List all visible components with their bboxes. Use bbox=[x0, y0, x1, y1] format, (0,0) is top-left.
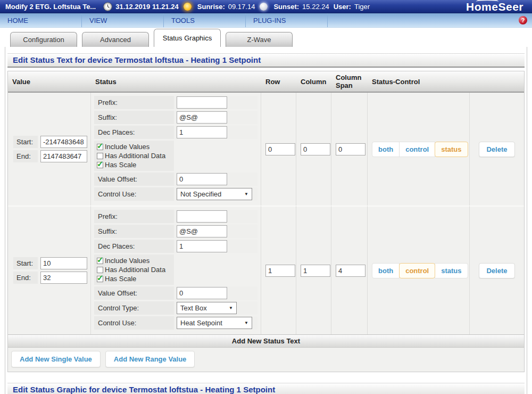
menu-item-plugins[interactable]: PLUG-INS bbox=[246, 13, 328, 27]
checkbox-box-icon[interactable] bbox=[97, 276, 103, 282]
checkbox-box-icon[interactable] bbox=[97, 267, 103, 273]
control-type-label: Control Type: bbox=[94, 301, 174, 315]
sun-icon bbox=[184, 3, 192, 11]
menu-item-home[interactable]: HOME bbox=[0, 13, 82, 27]
end-input[interactable] bbox=[40, 150, 87, 162]
start-label: Start: bbox=[13, 257, 38, 269]
add-new-range-value-button[interactable]: Add New Range Value bbox=[105, 351, 195, 367]
checkbox-box-icon[interactable] bbox=[97, 162, 103, 168]
delete-button[interactable]: Delete bbox=[479, 263, 514, 278]
tab-zwave[interactable]: Z-Wave bbox=[226, 32, 293, 47]
control-type-select[interactable]: Text Box ▼ bbox=[177, 302, 237, 314]
column-input[interactable] bbox=[301, 143, 330, 155]
end-field: End: bbox=[13, 272, 87, 284]
delete-cell: Delete bbox=[470, 93, 524, 206]
column-span-cell bbox=[331, 206, 368, 334]
datetime-text: 31.12.2019 11.21.24 bbox=[115, 3, 179, 11]
status-control-cell: both control status bbox=[368, 93, 470, 206]
include-values-checkbox[interactable]: Include Values bbox=[97, 256, 171, 265]
clock-icon bbox=[103, 2, 112, 11]
add-new-single-value-button[interactable]: Add New Single Value bbox=[11, 351, 101, 367]
menu-item-tools[interactable]: TOOLS bbox=[164, 13, 246, 27]
start-input[interactable] bbox=[40, 257, 87, 269]
prefix-input[interactable] bbox=[177, 210, 227, 223]
column-span-input[interactable] bbox=[336, 143, 365, 155]
checkbox-group-wrap: Include Values Has Additional Data Has S… bbox=[94, 141, 174, 171]
tab-configuration[interactable]: Configuration bbox=[10, 32, 77, 47]
control-use-select[interactable]: Not Specified ▼ bbox=[177, 188, 252, 200]
end-label: End: bbox=[13, 272, 38, 284]
tab-advanced[interactable]: Advanced bbox=[82, 32, 149, 47]
column-input[interactable] bbox=[301, 265, 330, 277]
control-type-value: Text Box bbox=[180, 304, 207, 312]
prefix-label: Prefix: bbox=[94, 210, 174, 223]
checkbox-box-icon[interactable] bbox=[97, 258, 103, 264]
include-values-label: Include Values bbox=[105, 143, 149, 151]
value-offset-input[interactable] bbox=[177, 287, 227, 299]
both-button[interactable]: both bbox=[372, 263, 400, 278]
checkbox-group: Include Values Has Additional Data Has S… bbox=[94, 141, 257, 171]
status-fields-cell: Prefix: Suffix: Dec Places: Include Valu… bbox=[91, 93, 261, 206]
end-input[interactable] bbox=[40, 272, 87, 284]
both-button[interactable]: both bbox=[372, 142, 400, 157]
suffix-input[interactable] bbox=[177, 111, 227, 124]
checkbox-box-icon[interactable] bbox=[97, 153, 103, 159]
menu-item-view[interactable]: VIEW bbox=[82, 13, 164, 27]
user-name: Tiger bbox=[354, 3, 370, 11]
value-offset-input[interactable] bbox=[177, 173, 227, 185]
status-control-group: both control status bbox=[372, 263, 468, 278]
column-span-input[interactable] bbox=[336, 265, 365, 277]
col-header-status-control: Status-Control bbox=[368, 71, 470, 93]
suffix-field: Suffix: bbox=[94, 225, 257, 238]
delete-button[interactable]: Delete bbox=[479, 142, 514, 157]
has-additional-data-checkbox[interactable]: Has Additional Data bbox=[97, 151, 171, 160]
chevron-down-icon: ▼ bbox=[244, 321, 248, 325]
col-header-row: Row bbox=[261, 71, 296, 93]
control-use-select[interactable]: Heat Setpoint ▼ bbox=[177, 317, 252, 329]
value-offset-label: Value Offset: bbox=[94, 286, 174, 300]
prefix-input[interactable] bbox=[177, 96, 227, 109]
start-label: Start: bbox=[13, 136, 38, 148]
prefix-field: Prefix: bbox=[94, 210, 257, 223]
user-label: User: bbox=[334, 3, 351, 11]
checkbox-box-icon[interactable] bbox=[97, 144, 103, 150]
has-scale-checkbox[interactable]: Has Scale bbox=[97, 274, 171, 283]
dec-places-input[interactable] bbox=[177, 126, 227, 138]
status-button[interactable]: status bbox=[435, 142, 468, 157]
control-button[interactable]: control bbox=[399, 263, 435, 278]
has-scale-label: Has Scale bbox=[105, 275, 136, 283]
control-button[interactable]: control bbox=[399, 142, 435, 157]
has-additional-data-label: Has Additional Data bbox=[105, 152, 165, 160]
start-input[interactable] bbox=[40, 136, 87, 148]
moon-icon bbox=[260, 3, 268, 11]
column-cell bbox=[296, 93, 331, 206]
dec-places-input[interactable] bbox=[177, 240, 227, 252]
tab-status-graphics[interactable]: Status Graphics bbox=[154, 29, 221, 47]
sunset-label: Sunset: bbox=[273, 3, 299, 11]
add-new-status-text-header: Add New Status Text bbox=[8, 334, 524, 348]
row-input[interactable] bbox=[265, 143, 295, 155]
suffix-input[interactable] bbox=[177, 225, 227, 237]
chevron-down-icon: ▼ bbox=[229, 306, 233, 310]
sunrise-time: 09.17.14 bbox=[228, 3, 255, 11]
prefix-field: Prefix: bbox=[94, 96, 257, 109]
content-container: Edit Status Text for device Termostat lo… bbox=[5, 47, 527, 394]
col-header-actions bbox=[470, 71, 524, 93]
status-control-cell: both control status bbox=[368, 206, 470, 334]
col-header-column-span: Column Span bbox=[331, 71, 368, 93]
help-icon[interactable]: ? bbox=[519, 16, 527, 24]
window-titlebar: Modify 2 ETG. Loftstua Te... 31.12.2019 … bbox=[0, 0, 532, 13]
row-input[interactable] bbox=[265, 265, 295, 277]
column-cell bbox=[296, 206, 331, 334]
include-values-checkbox[interactable]: Include Values bbox=[97, 142, 171, 151]
control-use-label: Control Use: bbox=[94, 316, 174, 330]
status-text-table: Value Status Row Column Column Span Stat… bbox=[7, 71, 525, 372]
control-use-value: Heat Setpoint bbox=[180, 319, 222, 327]
delete-cell: Delete bbox=[470, 206, 524, 334]
dec-places-label: Dec Places: bbox=[94, 126, 174, 139]
has-additional-data-checkbox[interactable]: Has Additional Data bbox=[97, 265, 171, 274]
has-scale-checkbox[interactable]: Has Scale bbox=[97, 160, 171, 169]
status-button[interactable]: status bbox=[435, 263, 468, 278]
value-range-cell: Start: End: bbox=[8, 93, 91, 206]
prefix-label: Prefix: bbox=[94, 96, 174, 109]
